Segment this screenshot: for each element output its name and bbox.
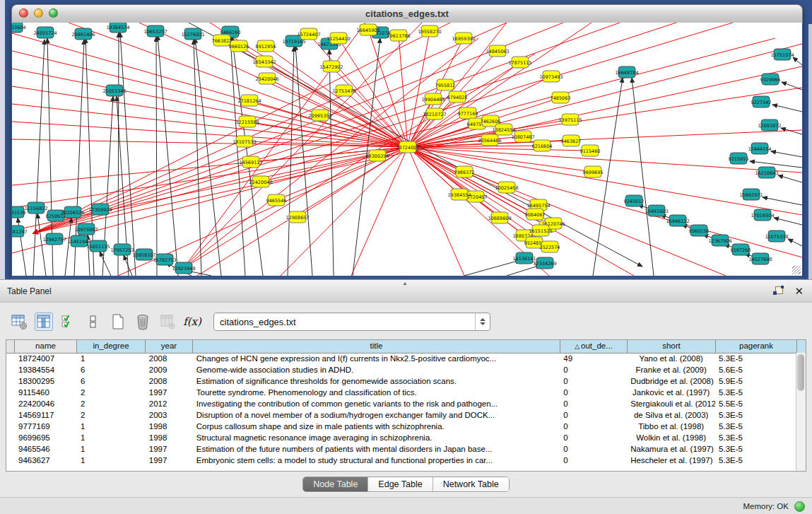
graph-node[interactable]: 12444154 (748, 143, 771, 154)
panel-divider-handle[interactable]: ▲ (401, 281, 409, 286)
graph-node[interactable]: 14569117 (239, 156, 262, 168)
graph-node[interactable]: 20564486 (478, 134, 501, 146)
column-header-short[interactable]: short (628, 340, 716, 353)
graph-node[interactable]: 16782753 (153, 254, 176, 265)
graph-node[interactable]: 15472902 (319, 61, 343, 72)
graph-node[interactable]: 18210727 (423, 108, 446, 119)
column-header-title[interactable]: title (193, 340, 560, 353)
graph-node[interactable]: 9465546 (266, 194, 287, 206)
graph-node[interactable]: 17016504 (751, 209, 774, 221)
graph-node[interactable]: 20681297 (12, 226, 28, 237)
graph-node[interactable]: 19613786 (387, 30, 410, 41)
table-row[interactable]: 1456911722003Disruption of a novel membe… (6, 409, 796, 421)
citation-edge[interactable] (222, 40, 408, 147)
edge[interactable] (772, 105, 802, 112)
graph-node[interactable]: 18724007 (396, 141, 419, 153)
citation-network-graph[interactable]: 1610360424055724206914061838457410653257… (12, 23, 802, 276)
new-table-icon[interactable] (109, 313, 127, 331)
graph-node[interactable]: 10807487 (511, 131, 534, 142)
graph-node[interactable]: 9227342 (751, 96, 772, 107)
graph-node[interactable]: 12908657 (286, 211, 309, 223)
edge[interactable] (288, 47, 294, 276)
graph-node[interactable]: 9699695 (583, 166, 604, 177)
network-window-titlebar[interactable]: citations_edges.txt (11, 4, 803, 23)
function-builder-icon[interactable]: f(x) (183, 313, 201, 331)
graph-node[interactable]: 8912954 (256, 40, 276, 52)
graph-node[interactable]: 19558270 (418, 25, 441, 37)
table-row[interactable]: 1830029562008Estimation of significance … (6, 375, 796, 387)
graph-node[interactable]: 7485063 (551, 92, 571, 103)
graph-node[interactable]: 16946122 (666, 215, 689, 226)
edge[interactable] (750, 161, 802, 168)
column-visibility-icon[interactable] (35, 313, 53, 331)
table-row[interactable]: 911546021997Tourette syndrome. Phenomeno… (6, 387, 796, 398)
edge[interactable] (782, 82, 802, 90)
edge[interactable] (763, 197, 802, 205)
graph-node[interactable]: 22420046 (249, 176, 272, 187)
edge[interactable] (100, 252, 111, 276)
table-row[interactable]: 946554611997Estimation of the future num… (6, 443, 796, 455)
graph-node[interactable]: 16151525 (529, 225, 552, 236)
graph-node[interactable]: 12367506 (708, 235, 731, 246)
table-mode-icon[interactable] (10, 313, 28, 331)
graph-node[interactable]: 12215589 (235, 116, 259, 127)
citation-edge[interactable] (184, 54, 535, 268)
graph-node[interactable]: 7955812 (435, 79, 456, 90)
citation-edge[interactable] (408, 147, 541, 230)
graph-node[interactable]: 15751074 (770, 49, 794, 60)
close-panel-icon[interactable]: ✕ (794, 286, 804, 296)
edge[interactable] (793, 57, 802, 65)
table-row[interactable]: 1872400712008Changes of HCN gene express… (6, 353, 796, 364)
edge[interactable] (230, 37, 245, 276)
graph-node[interactable]: 17334269 (533, 257, 556, 269)
graph-node[interactable]: 18300295 (365, 150, 389, 161)
graph-node[interactable]: 9245012 (624, 195, 645, 206)
graph-node[interactable]: 11254410 (326, 33, 350, 44)
memory-ok-indicator-icon[interactable] (794, 501, 805, 512)
graph-node[interactable]: 2522574 (540, 241, 560, 252)
graph-node[interactable]: 17957253 (110, 244, 134, 255)
select-columns-icon[interactable] (59, 313, 78, 331)
window-resize-grip[interactable] (792, 266, 801, 274)
graph-node[interactable]: 13975115 (558, 114, 582, 125)
graph-node[interactable]: 23420046 (255, 73, 278, 84)
graph-node[interactable]: 15692971 (739, 189, 763, 200)
graph-node[interactable]: 10025458 (495, 182, 518, 193)
citation-edge[interactable] (12, 147, 408, 208)
edge[interactable] (118, 33, 119, 276)
graph-node[interactable]: 9115460 (580, 145, 601, 156)
citation-edge[interactable] (33, 23, 676, 233)
graph-node[interactable]: 18107533 (233, 136, 256, 147)
graph-node[interactable]: 10653257 (143, 25, 167, 37)
graph-node[interactable]: 20206526 (61, 206, 84, 218)
graph-node[interactable]: 20995352 (308, 110, 331, 121)
graph-node[interactable]: 15276021 (181, 28, 204, 40)
graph-node[interactable]: 24055724 (33, 27, 57, 38)
graph-node[interactable]: 10973493 (539, 71, 563, 82)
graph-node[interactable]: 16645908 (356, 24, 379, 35)
graph-node[interactable]: 16103604 (12, 23, 26, 33)
table-row[interactable]: 1938455462009Genome-wide association stu… (6, 364, 796, 375)
citation-edge[interactable] (331, 66, 408, 147)
citation-edge[interactable] (298, 147, 408, 217)
graph-node[interactable]: 7986372 (454, 166, 475, 177)
edge[interactable] (464, 260, 520, 276)
graph-node[interactable]: 10491603 (645, 205, 668, 216)
scrollbar-thumb[interactable] (797, 354, 804, 391)
graph-node[interactable]: 14527698 (748, 253, 772, 264)
edge[interactable] (771, 151, 802, 157)
table-row[interactable]: 977716911998Corpus callosum shape and si… (6, 421, 796, 432)
column-header-out-de-[interactable]: △out_de... (560, 340, 628, 353)
edge[interactable] (507, 265, 541, 276)
graph-node[interactable]: 9329966 (760, 74, 781, 85)
graph-node[interactable]: 17875115 (508, 57, 531, 68)
graph-node[interactable]: 10688609 (488, 212, 511, 223)
graph-node[interactable]: 19384554 (447, 189, 471, 200)
zoom-window-button[interactable] (49, 8, 58, 18)
graph-node[interactable]: 18384574 (106, 23, 129, 33)
graph-node[interactable]: 6794028 (447, 91, 468, 103)
citation-edge[interactable] (399, 35, 408, 147)
graph-node[interactable]: 9660126 (229, 40, 249, 52)
edge[interactable] (778, 175, 802, 182)
row-height-icon[interactable] (84, 313, 102, 331)
